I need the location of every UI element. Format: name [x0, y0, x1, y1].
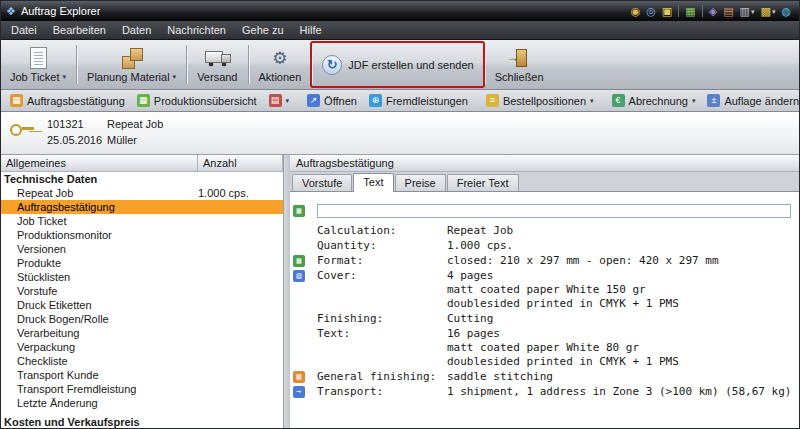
button-label: Schließen	[495, 71, 544, 83]
tree-item-auftragsbestaetigung[interactable]: Auftragsbestätigung	[1, 200, 283, 214]
button-label: Abrechnung	[629, 95, 688, 107]
tree-item-letzte-aenderung[interactable]: Letzte Änderung	[1, 396, 283, 410]
tab-strip: VorstufeTextPreiseFreier Text	[290, 172, 799, 192]
row-value: saddle stitching	[447, 370, 799, 384]
tree-item-repeat-job[interactable]: Repeat Job1.000 cps.	[1, 186, 283, 200]
tree-item-druck-bogen-rolle[interactable]: Druck Bogen/Rolle	[1, 312, 283, 326]
printer-icon[interactable]: ▥▾	[737, 5, 758, 18]
apps-icon[interactable]: ▩▾	[757, 5, 778, 18]
tree-item-verarbeitung[interactable]: Verarbeitung	[1, 326, 283, 340]
chevron-down-icon: ▾	[286, 97, 290, 105]
users-icon[interactable]: ◎	[643, 5, 659, 18]
menu-bearbeiten[interactable]: Bearbeiten	[45, 21, 114, 39]
notes-icon[interactable]: ▣	[659, 5, 675, 18]
menu-nachrichten[interactable]: Nachrichten	[159, 21, 234, 39]
titlebar-separator	[678, 5, 679, 17]
button-label: Auftragsbestätigung	[27, 95, 125, 107]
tree-item-kosten-und-verkaufspreis[interactable]: Kosten und Verkaufspreis	[1, 415, 283, 428]
row-icon-empty	[293, 239, 317, 240]
menu-daten[interactable]: Daten	[114, 21, 159, 39]
order-date: 25.05.2016	[47, 134, 102, 146]
contacts-icon-glyph: ◉	[631, 6, 641, 17]
tab-text[interactable]: Text	[353, 173, 393, 192]
button-label: Aktionen	[259, 71, 302, 83]
row-label: Format:	[317, 254, 447, 268]
tab-freier-text[interactable]: Freier Text	[447, 174, 519, 191]
finishing-icon: ▧	[293, 370, 317, 383]
auflage-aendern-button[interactable]: ±Auflage ändern	[701, 91, 800, 110]
calendar-icon[interactable]: ▦	[682, 5, 698, 18]
tree-item-label: Verarbeitung	[17, 327, 79, 339]
tree-item-checkliste[interactable]: Checkliste	[1, 354, 283, 368]
tree-item-label: Transport Kunde	[17, 369, 99, 381]
oeffnen-button[interactable]: ↗Öffnen	[301, 91, 363, 110]
menu-datei[interactable]: Datei	[3, 21, 45, 39]
tree-item-transport-kunde[interactable]: Transport Kunde	[1, 368, 283, 382]
external-services-icon: ⊕	[369, 94, 382, 107]
value-line: 1.000 cps.	[447, 239, 799, 253]
finishing-icon: ▧	[293, 371, 305, 383]
row-label: Calculation:	[317, 224, 447, 238]
produktionsuebersicht-button[interactable]: ▦Produktionsübersicht	[131, 91, 263, 110]
library-icon-glyph: ▤	[723, 6, 733, 17]
tab-vorstufe[interactable]: Vorstufe	[292, 174, 352, 191]
spec-grid-icon: ▦	[293, 204, 317, 217]
menu-hilfe[interactable]: Hilfe	[292, 21, 330, 39]
tree-item-produkte[interactable]: Produkte	[1, 256, 283, 270]
contacts-icon[interactable]: ◉	[628, 5, 644, 18]
tab-preise[interactable]: Preise	[395, 174, 446, 191]
confirmation-content: ▦Calculation:Repeat JobQuantity:1.000 cp…	[290, 192, 799, 428]
value-line: matt coated paper White 80 gr	[447, 341, 799, 355]
value-line: 16 pages	[447, 327, 799, 341]
network-icon[interactable]: ◍	[778, 5, 794, 18]
order-customer: Müller	[107, 134, 137, 146]
row-value: 16 pagesmatt coated paper White 80 grdou…	[447, 327, 799, 369]
tree-item-label: Produkte	[17, 257, 61, 269]
planung-material-button[interactable]: Planung Material▾	[80, 42, 183, 87]
billing-icon: €	[612, 94, 625, 107]
versand-button[interactable]: Versand	[190, 42, 244, 87]
tree-item-transport-fremdleistung[interactable]: Transport Fremdleistung	[1, 382, 283, 396]
tree-item-job-ticket[interactable]: Job Ticket	[1, 214, 283, 228]
tree-item-label: Technische Daten	[4, 173, 97, 185]
detail-title: Auftragsbestätigung	[296, 157, 394, 169]
print-options-icon-button[interactable]: ▤▾	[263, 91, 296, 110]
modules-icon[interactable]: ◈	[706, 5, 720, 18]
tree-item-stuecklisten[interactable]: Stücklisten	[1, 270, 283, 284]
apps-icon-glyph: ▩	[760, 6, 770, 17]
close-icon: →	[506, 46, 532, 70]
tree-item-verpackung[interactable]: Verpackung	[1, 340, 283, 354]
page-shape	[30, 47, 47, 69]
column-header-allgemeines[interactable]: Allgemeines	[1, 155, 198, 172]
bestellpositionen-button[interactable]: ≡Bestellpositionen▾	[480, 91, 600, 110]
abrechnung-button[interactable]: €Abrechnung▾	[606, 91, 702, 110]
menubar: DateiBearbeitenDatenNachrichtenGehe zuHi…	[1, 21, 799, 40]
open-icon: ↗	[307, 94, 320, 107]
content-row: ▦Format:closed: 210 x 297 mm - open: 420…	[290, 254, 799, 268]
aktionen-button[interactable]: ⚙Aktionen	[252, 42, 309, 87]
tree-item-technische-daten[interactable]: Technische Daten	[1, 172, 283, 186]
spec-grid-icon: ▦	[293, 205, 305, 217]
tree-item-vorstufe[interactable]: Vorstufe	[1, 284, 283, 298]
tree-item-produktionsmonitor[interactable]: Produktionsmonitor	[1, 228, 283, 242]
print-options-icon: ▤	[269, 94, 282, 107]
tree-item-druck-etiketten[interactable]: Druck Etiketten	[1, 298, 283, 312]
content-row: ▧General finishing:saddle stitching	[290, 370, 799, 384]
row-label: Quantity:	[317, 239, 447, 253]
fremdleistungen-button[interactable]: ⊕Fremdleistungen	[363, 91, 474, 110]
network-icon-glyph: ◍	[781, 6, 791, 17]
column-header-anzahl[interactable]: Anzahl	[198, 155, 283, 172]
schliessen-button[interactable]: →Schließen	[488, 42, 551, 87]
detail-panel: Auftragsbestätigung VorstufeTextPreiseFr…	[290, 155, 799, 428]
auftragsbestaetigung-button[interactable]: ▦Auftragsbestätigung	[4, 91, 131, 110]
tree-item-versionen[interactable]: Versionen	[1, 242, 283, 256]
menu-gehe-zu[interactable]: Gehe zu	[234, 21, 292, 39]
empty-field[interactable]	[317, 204, 791, 218]
order-info-bar: 101321 Repeat Job 25.05.2016 Müller	[1, 112, 799, 155]
job-ticket-button[interactable]: Job Ticket▾	[3, 42, 73, 87]
library-icon[interactable]: ▤	[720, 5, 736, 18]
window-title: Auftrag Explorer	[21, 5, 100, 17]
chevron-down-icon: ▾	[751, 8, 755, 15]
jdf-erstellen-und-senden-button[interactable]: ↻JDF erstellen und senden	[315, 42, 480, 87]
order-number: 101321	[47, 118, 84, 130]
